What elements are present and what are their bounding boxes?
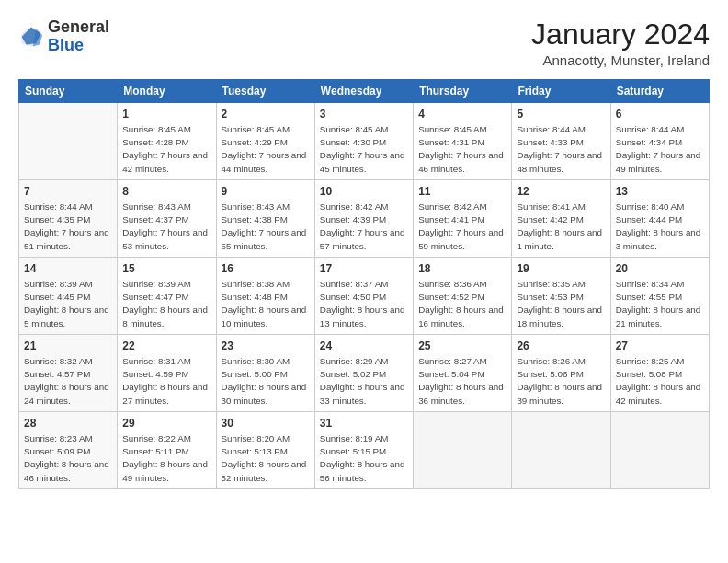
day-number: 6	[616, 107, 704, 122]
day-info: Sunrise: 8:29 AMSunset: 5:02 PMDaylight:…	[320, 355, 408, 408]
day-info: Sunrise: 8:39 AMSunset: 4:45 PMDaylight:…	[24, 278, 112, 330]
col-header-friday: Friday	[512, 80, 610, 103]
day-number: 5	[517, 107, 605, 122]
day-info: Sunrise: 8:45 AMSunset: 4:29 PMDaylight:…	[222, 123, 310, 176]
calendar-cell: 2Sunrise: 8:45 AMSunset: 4:29 PMDaylight…	[216, 103, 314, 180]
day-info: Sunrise: 8:19 AMSunset: 5:15 PMDaylight:…	[320, 432, 408, 485]
calendar-cell: 5Sunrise: 8:44 AMSunset: 4:33 PMDaylight…	[512, 103, 610, 180]
day-number: 22	[122, 339, 210, 354]
day-number: 24	[320, 339, 408, 354]
day-info: Sunrise: 8:35 AMSunset: 4:53 PMDaylight:…	[517, 278, 605, 330]
day-info: Sunrise: 8:44 AMSunset: 4:34 PMDaylight:…	[616, 123, 704, 176]
day-number: 4	[418, 107, 506, 122]
calendar-body: 1Sunrise: 8:45 AMSunset: 4:28 PMDaylight…	[19, 103, 710, 489]
calendar-cell: 27Sunrise: 8:25 AMSunset: 5:08 PMDayligh…	[610, 335, 709, 412]
day-number: 26	[517, 339, 605, 354]
day-number: 9	[222, 184, 310, 200]
day-info: Sunrise: 8:45 AMSunset: 4:28 PMDaylight:…	[122, 123, 210, 176]
day-info: Sunrise: 8:42 AMSunset: 4:41 PMDaylight:…	[418, 201, 506, 253]
day-info: Sunrise: 8:30 AMSunset: 5:00 PMDaylight:…	[222, 355, 310, 408]
calendar-cell: 29Sunrise: 8:22 AMSunset: 5:11 PMDayligh…	[118, 412, 216, 489]
day-number: 2	[222, 107, 310, 122]
day-number: 7	[24, 184, 112, 200]
day-number: 8	[122, 184, 210, 200]
calendar-cell	[19, 103, 118, 180]
day-number: 16	[222, 261, 310, 277]
calendar-cell: 1Sunrise: 8:45 AMSunset: 4:28 PMDaylight…	[118, 103, 216, 180]
calendar-cell: 18Sunrise: 8:36 AMSunset: 4:52 PMDayligh…	[414, 258, 512, 335]
col-header-monday: Monday	[118, 80, 216, 103]
day-number: 18	[418, 261, 506, 277]
day-info: Sunrise: 8:43 AMSunset: 4:38 PMDaylight:…	[222, 201, 310, 253]
calendar-cell: 12Sunrise: 8:41 AMSunset: 4:42 PMDayligh…	[512, 180, 610, 258]
day-number: 10	[320, 184, 408, 200]
col-header-wednesday: Wednesday	[314, 80, 413, 103]
main-title: January 2024	[531, 18, 710, 51]
day-info: Sunrise: 8:22 AMSunset: 5:11 PMDaylight:…	[122, 432, 210, 485]
week-row-1: 7Sunrise: 8:44 AMSunset: 4:35 PMDaylight…	[19, 180, 710, 258]
day-info: Sunrise: 8:23 AMSunset: 5:09 PMDaylight:…	[24, 432, 112, 485]
day-info: Sunrise: 8:34 AMSunset: 4:55 PMDaylight:…	[616, 278, 704, 330]
day-number: 25	[418, 339, 506, 354]
day-number: 21	[24, 339, 112, 354]
calendar-cell: 31Sunrise: 8:19 AMSunset: 5:15 PMDayligh…	[314, 412, 413, 489]
col-header-sunday: Sunday	[19, 80, 118, 103]
day-number: 29	[122, 416, 210, 431]
day-number: 15	[122, 261, 210, 277]
day-number: 30	[222, 416, 310, 431]
day-info: Sunrise: 8:44 AMSunset: 4:33 PMDaylight:…	[517, 123, 605, 176]
calendar-cell: 30Sunrise: 8:20 AMSunset: 5:13 PMDayligh…	[216, 412, 314, 489]
subtitle: Annacotty, Munster, Ireland	[531, 52, 710, 68]
day-number: 27	[616, 339, 704, 354]
logo-general: General	[48, 17, 109, 36]
calendar-cell: 4Sunrise: 8:45 AMSunset: 4:31 PMDaylight…	[414, 103, 512, 180]
day-number: 31	[320, 416, 408, 431]
day-info: Sunrise: 8:40 AMSunset: 4:44 PMDaylight:…	[616, 201, 704, 253]
week-row-3: 21Sunrise: 8:32 AMSunset: 4:57 PMDayligh…	[19, 335, 710, 412]
day-info: Sunrise: 8:41 AMSunset: 4:42 PMDaylight:…	[517, 201, 605, 253]
day-number: 14	[24, 261, 112, 277]
calendar-cell: 11Sunrise: 8:42 AMSunset: 4:41 PMDayligh…	[414, 180, 512, 258]
day-number: 20	[616, 261, 704, 277]
day-number: 1	[122, 107, 210, 122]
calendar-cell: 23Sunrise: 8:30 AMSunset: 5:00 PMDayligh…	[216, 335, 314, 412]
page: General Blue January 2024 Annacotty, Mun…	[0, 0, 728, 563]
col-header-tuesday: Tuesday	[216, 80, 314, 103]
calendar-cell: 9Sunrise: 8:43 AMSunset: 4:38 PMDaylight…	[216, 180, 314, 258]
calendar-cell: 14Sunrise: 8:39 AMSunset: 4:45 PMDayligh…	[19, 258, 118, 335]
day-number: 17	[320, 261, 408, 277]
day-number: 23	[222, 339, 310, 354]
header: General Blue January 2024 Annacotty, Mun…	[18, 18, 710, 68]
day-info: Sunrise: 8:37 AMSunset: 4:50 PMDaylight:…	[320, 278, 408, 330]
calendar-cell: 17Sunrise: 8:37 AMSunset: 4:50 PMDayligh…	[314, 258, 413, 335]
col-header-thursday: Thursday	[414, 80, 512, 103]
col-header-saturday: Saturday	[610, 80, 709, 103]
day-number: 11	[418, 184, 506, 200]
calendar-cell: 13Sunrise: 8:40 AMSunset: 4:44 PMDayligh…	[610, 180, 709, 258]
week-row-2: 14Sunrise: 8:39 AMSunset: 4:45 PMDayligh…	[19, 258, 710, 335]
calendar-cell: 10Sunrise: 8:42 AMSunset: 4:39 PMDayligh…	[314, 180, 413, 258]
calendar-cell	[610, 412, 709, 489]
calendar-cell: 7Sunrise: 8:44 AMSunset: 4:35 PMDaylight…	[19, 180, 118, 258]
logo-text: General Blue	[48, 18, 109, 55]
day-info: Sunrise: 8:45 AMSunset: 4:30 PMDaylight:…	[320, 123, 408, 176]
day-info: Sunrise: 8:45 AMSunset: 4:31 PMDaylight:…	[418, 123, 506, 176]
calendar-cell: 16Sunrise: 8:38 AMSunset: 4:48 PMDayligh…	[216, 258, 314, 335]
calendar-cell: 8Sunrise: 8:43 AMSunset: 4:37 PMDaylight…	[118, 180, 216, 258]
day-info: Sunrise: 8:42 AMSunset: 4:39 PMDaylight:…	[320, 201, 408, 253]
calendar-cell: 6Sunrise: 8:44 AMSunset: 4:34 PMDaylight…	[610, 103, 709, 180]
day-info: Sunrise: 8:20 AMSunset: 5:13 PMDaylight:…	[222, 432, 310, 485]
day-info: Sunrise: 8:36 AMSunset: 4:52 PMDaylight:…	[418, 278, 506, 330]
day-info: Sunrise: 8:44 AMSunset: 4:35 PMDaylight:…	[24, 201, 112, 253]
logo-blue: Blue	[48, 36, 84, 54]
header-row: SundayMondayTuesdayWednesdayThursdayFrid…	[19, 80, 710, 103]
week-row-4: 28Sunrise: 8:23 AMSunset: 5:09 PMDayligh…	[19, 412, 710, 489]
calendar-cell: 26Sunrise: 8:26 AMSunset: 5:06 PMDayligh…	[512, 335, 610, 412]
day-number: 28	[24, 416, 112, 431]
day-info: Sunrise: 8:27 AMSunset: 5:04 PMDaylight:…	[418, 355, 506, 408]
day-info: Sunrise: 8:39 AMSunset: 4:47 PMDaylight:…	[122, 278, 210, 330]
calendar-cell: 20Sunrise: 8:34 AMSunset: 4:55 PMDayligh…	[610, 258, 709, 335]
day-number: 12	[517, 184, 605, 200]
day-info: Sunrise: 8:32 AMSunset: 4:57 PMDaylight:…	[24, 355, 112, 408]
day-number: 19	[517, 261, 605, 277]
